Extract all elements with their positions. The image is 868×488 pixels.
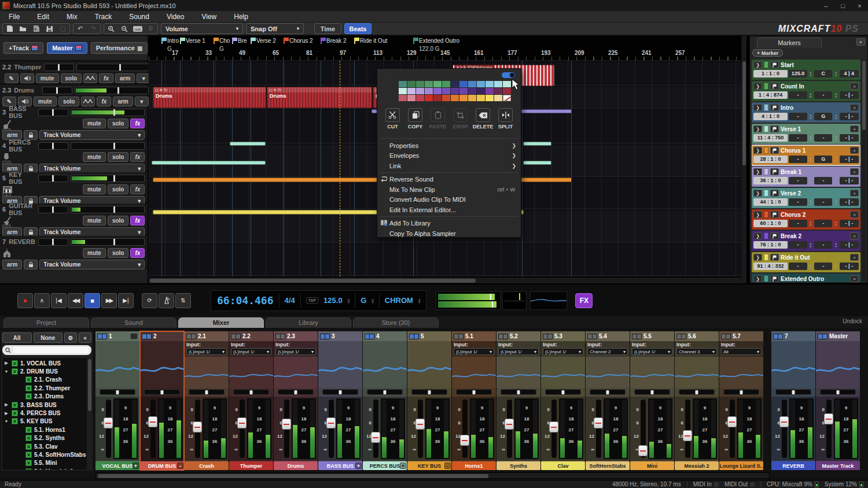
key-spinner[interactable]: ▲▼ [833, 241, 838, 249]
channel-name-label[interactable]: PERCS BUS+ [363, 461, 407, 470]
marker-tempo[interactable]: - [789, 91, 807, 99]
delete-button[interactable]: DELETE [472, 108, 494, 130]
clip-drums[interactable]: ◇ ✕ ↻Drums [267, 87, 372, 108]
clip[interactable] [523, 161, 551, 165]
color-swatch[interactable] [477, 88, 485, 94]
fx-button[interactable]: fx [99, 73, 113, 83]
channel-pan-slider[interactable] [411, 389, 447, 395]
input-dropdown[interactable]: All▾ [721, 348, 762, 355]
tree-item-5-2-synths[interactable]: ✕5.2. Synths [3, 434, 87, 442]
mixer-hscroll-thumb[interactable] [98, 474, 488, 478]
marker-position[interactable]: 11 : 4 : 750 [753, 134, 788, 142]
solo-button[interactable]: solo [108, 119, 129, 128]
color-swatch[interactable] [503, 88, 511, 94]
marker-tempo[interactable]: - [789, 177, 807, 184]
master-track-button[interactable]: Master [47, 42, 87, 54]
marker-time-signature[interactable]: - | - [840, 241, 859, 249]
marker-time-signature[interactable]: - | - [840, 113, 859, 120]
tree-checkbox[interactable]: ✕ [12, 368, 18, 375]
marker-time-signature[interactable]: - | - [840, 177, 859, 184]
tree-right-arrow-icon[interactable]: ▶ [3, 411, 9, 416]
track-automation-dropdown[interactable]: Track Volume▾ [39, 130, 145, 140]
tree-right-arrow-icon[interactable]: ▶ [3, 402, 9, 407]
marker-tempo[interactable]: - [789, 134, 807, 142]
tree-item-2-3-drums[interactable]: ✕2.3. Drums [3, 393, 87, 401]
channel-fader[interactable] [284, 400, 289, 458]
solo-button[interactable]: solo [58, 97, 80, 106]
channel-fader[interactable] [240, 400, 245, 458]
color-swatch[interactable] [442, 88, 450, 94]
marker-delete-button[interactable]: × [850, 254, 859, 261]
tempo-spinner[interactable]: ▲▼ [808, 263, 813, 270]
channel-name-label[interactable]: Synths [496, 461, 540, 470]
midi-icon[interactable]: midi [131, 24, 144, 34]
scale-mode-readout[interactable]: CHROM [385, 296, 413, 305]
tree-checkbox[interactable]: ✕ [25, 460, 32, 466]
mute-button[interactable]: mute [34, 97, 57, 106]
new-project-icon[interactable] [3, 24, 16, 34]
punch-button[interactable]: ∧ [34, 293, 50, 308]
marker-position[interactable]: 44 : 1 : 0 [753, 198, 788, 206]
marker-key[interactable]: - [814, 91, 832, 99]
track-speaker-button[interactable] [20, 73, 34, 83]
rewind-button[interactable]: ◀◀ [68, 293, 83, 308]
tempo-spinner[interactable]: ▴▾ [348, 298, 350, 304]
fader-handle[interactable] [549, 422, 558, 432]
menu-mix[interactable]: Mix [58, 13, 86, 21]
add-marker-button[interactable]: + Marker [752, 49, 783, 57]
fader-handle[interactable] [505, 419, 514, 430]
marker-delete-button[interactable]: × [850, 232, 859, 239]
tempo-spinner[interactable]: ▲▼ [808, 70, 813, 77]
ruler-marker-verse-2[interactable]: Verse 2 [251, 38, 276, 44]
input-dropdown[interactable]: Channel 2▾ [587, 348, 628, 355]
marker-row-break-2[interactable]: ❯Break 2×76 : 1 : 0-▲▼-▲▼- | - [752, 231, 860, 251]
marker-tempo[interactable]: - [789, 198, 807, 206]
track-row-3[interactable]: +3BASS BUSmutesolofxarmTrack Volume▾ [0, 106, 148, 140]
channel-name-label[interactable]: BASS BUS+ [318, 461, 362, 470]
channel-pan-slider[interactable] [367, 389, 403, 395]
channel-fader[interactable] [150, 400, 156, 458]
color-swatch[interactable] [433, 95, 442, 101]
track-pan-slider[interactable] [42, 87, 72, 94]
tree-checkbox[interactable]: ✕ [12, 402, 18, 408]
marker-position[interactable]: 60 : 1 : 0 [753, 220, 788, 227]
menu-item-convert-audio-clip-to-midi[interactable]: Convert Audio Clip To MIDI [377, 195, 521, 205]
track-row-6[interactable]: +6GUITAR BUSmutesolofxarmTrack Volume▾ [0, 204, 148, 236]
channel-fader[interactable] [596, 400, 601, 458]
tempo-spinner[interactable]: ▲▼ [808, 134, 813, 142]
color-swatch[interactable] [451, 81, 459, 87]
marker-expand-button[interactable]: ❯ [753, 125, 762, 132]
fader-handle[interactable] [326, 417, 336, 428]
color-swatch[interactable] [416, 88, 424, 94]
marker-tempo[interactable]: - [789, 113, 807, 120]
lock-icon-button[interactable] [24, 260, 38, 269]
marker-key[interactable]: G [814, 156, 832, 163]
key-spinner[interactable]: ▲▼ [833, 220, 838, 227]
marker-expand-button[interactable]: ❯ [753, 168, 762, 175]
track-volume-slider[interactable] [71, 206, 145, 213]
marker-time-signature[interactable]: - | - [840, 198, 859, 206]
performance-button[interactable]: Performance▦ [91, 42, 148, 54]
channel-fader[interactable] [641, 400, 646, 458]
key-spinner[interactable]: ▴▾ [372, 298, 374, 304]
tree-item-2-2-thumper[interactable]: ✕2.2. Thumper [3, 384, 87, 392]
marker-row-intro[interactable]: ❯Intro×4 : 1 : 0-▲▼G▲▼- | - [752, 102, 860, 123]
fx-button[interactable]: fx [130, 152, 145, 162]
mixer-strip-2-1[interactable]: 2.1Input:(L)Input 1/▾0612∞9182736Crash [185, 331, 229, 470]
fx-button[interactable]: fx [130, 216, 145, 225]
marker-row-verse-1[interactable]: ❯Verse 1×11 : 4 : 750-▲▼-▲▼- | - [752, 124, 860, 144]
mixer-strip-5-4[interactable]: 5.4Input:Channel 2▾0612∞9182736SoftHornS… [586, 331, 630, 470]
menu-item-properties[interactable]: Properties❯ [377, 141, 521, 150]
fader-handle[interactable] [460, 435, 469, 446]
arm-button[interactable]: arm [113, 97, 133, 106]
copy-button[interactable]: COPY [404, 108, 426, 130]
input-dropdown[interactable]: (L)Input 1/▾ [498, 348, 539, 355]
scale-spinner[interactable]: ▴▾ [418, 298, 421, 304]
marker-color-swatch[interactable] [764, 147, 768, 154]
channel-fader[interactable] [373, 400, 378, 458]
color-swatch[interactable] [433, 88, 442, 94]
time-readout[interactable]: 66:04.466 [217, 294, 274, 306]
channel-collapse-toggle[interactable]: + [400, 463, 406, 469]
channel-fader[interactable] [730, 400, 735, 458]
ruler-marker-bre[interactable]: Bre [232, 38, 247, 44]
